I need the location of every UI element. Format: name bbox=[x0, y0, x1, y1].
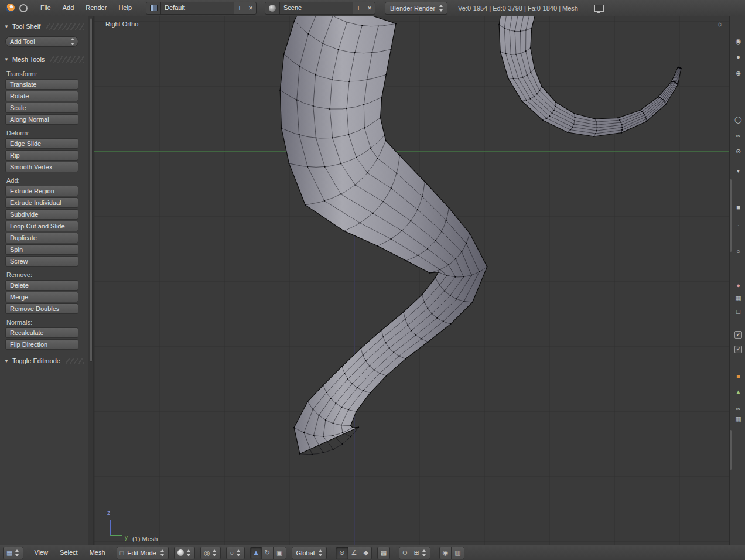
viewport-3d[interactable]: Right Ortho z y (1) Mesh bbox=[94, 16, 729, 545]
add-layout-button[interactable]: + bbox=[234, 2, 245, 14]
particles-tab-icon[interactable] bbox=[733, 306, 743, 316]
dot-icon[interactable] bbox=[733, 220, 743, 230]
menu-render[interactable]: Render bbox=[80, 0, 112, 16]
world-tab-icon[interactable] bbox=[733, 115, 743, 125]
pivot-point-select[interactable] bbox=[200, 547, 221, 559]
tool-group-add: Add: Extrude Region Extrude Individual S… bbox=[0, 177, 88, 267]
group-label: Normals: bbox=[6, 319, 88, 326]
constraints-tab-icon[interactable] bbox=[733, 130, 743, 140]
axis-z-label: z bbox=[107, 510, 110, 516]
modifiers-tab-icon[interactable] bbox=[733, 146, 743, 156]
occlude-geometry-button[interactable] bbox=[377, 547, 390, 559]
extrude-region-button[interactable]: Extrude Region bbox=[5, 186, 78, 196]
chain-icon[interactable] bbox=[733, 403, 743, 413]
recalculate-button[interactable]: Recalculate bbox=[5, 327, 78, 338]
rotate-button[interactable]: Rotate bbox=[5, 91, 78, 101]
object-cube-icon[interactable] bbox=[733, 371, 743, 381]
panel-header-tool-shelf[interactable]: ▼ Tool Shelf bbox=[0, 20, 88, 33]
screen-layout-name[interactable]: Default bbox=[161, 2, 234, 13]
loop-cut-and-slide-button[interactable]: Loop Cut and Slide bbox=[5, 221, 78, 231]
scale-button[interactable]: Scale bbox=[5, 103, 78, 113]
snap-magnet-button[interactable] bbox=[399, 547, 411, 559]
texture-tab-icon[interactable] bbox=[733, 293, 743, 303]
rip-button[interactable]: Rip bbox=[5, 150, 78, 161]
material-tab-icon[interactable] bbox=[733, 280, 743, 290]
tool-group-remove: Remove: Delete Merge Remove Doubles bbox=[0, 271, 88, 314]
mesh-data-icon[interactable] bbox=[733, 387, 743, 397]
duplicate-button[interactable]: Duplicate bbox=[5, 233, 78, 243]
edge-slide-button[interactable]: Edge Slide bbox=[5, 138, 78, 149]
vertex-select-button[interactable] bbox=[336, 547, 348, 559]
scene-icon[interactable] bbox=[265, 2, 280, 14]
opengl-render-anim-button[interactable] bbox=[452, 547, 464, 559]
blender-logo-icon[interactable] bbox=[4, 2, 17, 14]
screen-layout-icon[interactable] bbox=[146, 2, 161, 14]
merge-button[interactable]: Merge bbox=[5, 292, 78, 302]
transform-orientation-select[interactable]: Global bbox=[292, 547, 327, 559]
menu-help[interactable]: Help bbox=[112, 0, 138, 16]
mesh-leg[interactable] bbox=[279, 16, 488, 455]
circle-icon[interactable] bbox=[733, 246, 743, 256]
checkbox-icon[interactable]: ✓ bbox=[733, 330, 743, 340]
viewport-canvas[interactable] bbox=[94, 16, 729, 545]
render-engine-select[interactable]: Blender Render bbox=[385, 2, 447, 15]
smooth-vertex-button[interactable]: Smooth Vertex bbox=[5, 162, 78, 172]
opengl-render-button[interactable] bbox=[439, 547, 452, 559]
render-layers-icon[interactable] bbox=[733, 52, 743, 62]
viewport-shading-select[interactable] bbox=[174, 547, 195, 559]
manipulator-translate-button[interactable] bbox=[250, 547, 262, 559]
gear-icon[interactable] bbox=[716, 19, 723, 28]
group-label: Remove: bbox=[6, 271, 88, 278]
scrollbar-thumb[interactable] bbox=[90, 18, 93, 362]
mesh-tail[interactable] bbox=[498, 16, 682, 137]
panel-title: Toggle Editmode bbox=[12, 357, 60, 364]
snap-element-select[interactable] bbox=[411, 547, 430, 559]
menu-view[interactable]: View bbox=[28, 545, 54, 560]
add-tool-select[interactable]: Add Tool bbox=[5, 36, 78, 47]
panel-header-mesh-tools[interactable]: ▼ Mesh Tools bbox=[0, 53, 88, 66]
dropdown-triangle-icon[interactable] bbox=[733, 166, 743, 176]
main-menus: File Add Render Help bbox=[35, 0, 138, 16]
tool-group-transform: Transform: Translate Rotate Scale Along … bbox=[0, 70, 88, 125]
menu-select[interactable]: Select bbox=[54, 545, 84, 560]
monitor-icon[interactable] bbox=[592, 2, 606, 14]
face-select-button[interactable] bbox=[360, 547, 371, 559]
menu-file[interactable]: File bbox=[35, 0, 57, 16]
along-normal-button[interactable]: Along Normal bbox=[5, 114, 78, 125]
subdivide-button[interactable]: Subdivide bbox=[5, 209, 78, 220]
translate-button[interactable]: Translate bbox=[5, 79, 78, 90]
view-name-label: Right Ortho bbox=[105, 21, 138, 28]
flip-direction-button[interactable]: Flip Direction bbox=[5, 339, 78, 350]
scrollbar-thumb[interactable] bbox=[730, 430, 732, 470]
manipulator-scale-button[interactable] bbox=[274, 547, 286, 559]
properties-region: ✓ ✓ bbox=[729, 16, 745, 545]
tool-shelf-scrollbar[interactable] bbox=[88, 16, 94, 545]
add-scene-button[interactable]: + bbox=[353, 2, 364, 14]
screw-button[interactable]: Screw bbox=[5, 256, 78, 267]
editor-type-select[interactable] bbox=[3, 547, 23, 559]
texture-icon[interactable] bbox=[733, 414, 743, 424]
spin-button[interactable]: Spin bbox=[5, 244, 78, 255]
editor-type-icon[interactable] bbox=[17, 2, 30, 14]
checkbox-icon[interactable]: ✓ bbox=[733, 344, 743, 354]
menu-add[interactable]: Add bbox=[57, 0, 80, 16]
menu-mesh[interactable]: Mesh bbox=[84, 545, 111, 560]
panel-header-toggle-editmode[interactable]: ▼ Toggle Editmode bbox=[0, 354, 88, 367]
proportional-editing-select[interactable] bbox=[226, 547, 245, 559]
render-camera-icon[interactable] bbox=[733, 36, 743, 46]
scene-name[interactable]: Scene bbox=[280, 2, 353, 13]
remove-doubles-button[interactable]: Remove Doubles bbox=[5, 303, 78, 314]
mode-select[interactable]: Edit Mode bbox=[117, 547, 169, 559]
delete-scene-button[interactable]: × bbox=[364, 2, 375, 14]
properties-editor-icon[interactable] bbox=[733, 23, 743, 33]
edge-select-button[interactable] bbox=[348, 547, 361, 559]
manipulator-rotate-button[interactable] bbox=[262, 547, 274, 559]
extrude-individual-button[interactable]: Extrude Individual bbox=[5, 197, 78, 208]
screen-layout-selector: Default + × bbox=[146, 2, 257, 15]
scrollbar-thumb[interactable] bbox=[730, 179, 732, 252]
delete-layout-button[interactable]: × bbox=[245, 2, 256, 14]
object-tab-icon[interactable] bbox=[733, 202, 743, 212]
scene-tab-icon[interactable] bbox=[733, 69, 743, 78]
collapse-triangle-icon: ▼ bbox=[4, 57, 9, 62]
delete-button[interactable]: Delete bbox=[5, 280, 78, 291]
